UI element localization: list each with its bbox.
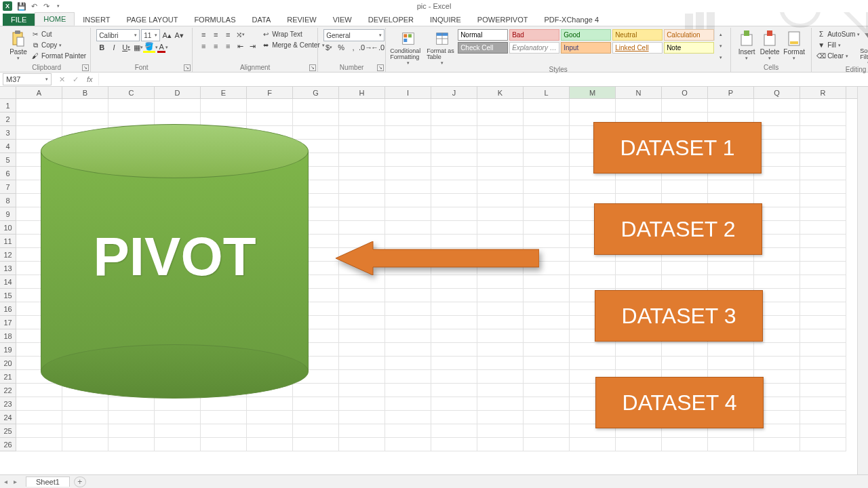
cell[interactable] xyxy=(708,357,754,370)
cell[interactable] xyxy=(16,397,62,411)
cell[interactable] xyxy=(339,316,385,329)
cell[interactable] xyxy=(662,275,708,289)
cell[interactable] xyxy=(339,113,385,126)
font-color-button[interactable]: A▾ xyxy=(157,42,168,53)
orientation-icon[interactable]: ⤭▾ xyxy=(235,29,245,40)
cell[interactable] xyxy=(339,275,385,289)
cell[interactable] xyxy=(339,397,385,411)
cell[interactable] xyxy=(477,221,524,235)
style-cell-bad[interactable]: Bad xyxy=(509,29,559,41)
cell[interactable] xyxy=(616,180,662,194)
cell[interactable] xyxy=(800,343,846,357)
cell[interactable] xyxy=(477,289,524,302)
align-top-icon[interactable]: ≡ xyxy=(198,29,209,40)
cell[interactable] xyxy=(524,343,570,357)
decrease-decimal-icon[interactable]: ←.0 xyxy=(372,42,383,53)
fx-icon[interactable]: fx xyxy=(87,75,93,83)
sheet-nav-first-icon[interactable]: ◂ xyxy=(4,478,12,485)
worksheet-grid[interactable]: ABCDEFGHIJKLMNOPQR 123456789101112131415… xyxy=(0,87,868,474)
column-header-M[interactable]: M xyxy=(570,87,616,98)
cell[interactable] xyxy=(431,221,477,235)
cell[interactable] xyxy=(477,357,524,370)
cell[interactable] xyxy=(800,262,846,275)
cell[interactable] xyxy=(800,248,846,262)
cell[interactable] xyxy=(385,113,431,126)
cell[interactable] xyxy=(339,329,385,343)
cell[interactable] xyxy=(477,275,524,289)
cell[interactable] xyxy=(800,370,846,384)
cell[interactable] xyxy=(477,384,524,397)
cell[interactable] xyxy=(62,99,108,113)
cell[interactable] xyxy=(800,207,846,221)
row-header-4[interactable]: 4 xyxy=(0,140,16,153)
cell[interactable] xyxy=(800,302,846,316)
cell[interactable] xyxy=(385,194,431,207)
font-dialog-launcher[interactable]: ↘ xyxy=(184,64,191,71)
cell[interactable] xyxy=(477,411,524,424)
cell[interactable] xyxy=(385,302,431,316)
cell[interactable] xyxy=(431,180,477,194)
column-header-E[interactable]: E xyxy=(201,87,247,98)
cell[interactable] xyxy=(385,275,431,289)
cell[interactable] xyxy=(431,316,477,329)
cell[interactable] xyxy=(708,275,754,289)
cell[interactable] xyxy=(431,113,477,126)
fill-color-button[interactable]: 🪣▾ xyxy=(145,42,156,53)
cell[interactable] xyxy=(477,424,524,438)
cell[interactable] xyxy=(247,99,293,113)
cell[interactable] xyxy=(385,438,431,451)
conditional-formatting-button[interactable]: Conditional Formatting▾ xyxy=(390,29,427,66)
bold-button[interactable]: B xyxy=(96,42,107,53)
cell[interactable] xyxy=(385,424,431,438)
cell[interactable] xyxy=(339,357,385,370)
cell[interactable] xyxy=(524,207,570,221)
cell[interactable] xyxy=(800,316,846,329)
tab-inquire[interactable]: INQUIRE xyxy=(422,14,469,26)
new-sheet-button[interactable]: + xyxy=(74,476,86,487)
cell[interactable] xyxy=(339,207,385,221)
cell[interactable] xyxy=(339,126,385,140)
cell[interactable] xyxy=(524,167,570,180)
cell[interactable] xyxy=(339,343,385,357)
cell[interactable] xyxy=(293,397,339,411)
row-header-18[interactable]: 18 xyxy=(0,329,16,343)
cell[interactable] xyxy=(477,153,524,167)
alignment-dialog-launcher[interactable]: ↘ xyxy=(309,64,316,71)
cell[interactable] xyxy=(339,153,385,167)
cell[interactable] xyxy=(800,329,846,343)
row-header-6[interactable]: 6 xyxy=(0,167,16,180)
cell[interactable] xyxy=(524,438,570,451)
dataset-3-shape[interactable]: DATASET 3 xyxy=(595,290,763,342)
row-header-7[interactable]: 7 xyxy=(0,180,16,194)
cell[interactable] xyxy=(524,384,570,397)
cell[interactable] xyxy=(431,99,477,113)
cell[interactable] xyxy=(16,99,62,113)
cell[interactable] xyxy=(16,424,62,438)
format-painter-button[interactable]: 🖌Format Painter xyxy=(31,51,86,61)
cell[interactable] xyxy=(800,194,846,207)
style-cell-note[interactable]: Note xyxy=(664,42,714,54)
cell[interactable] xyxy=(62,411,108,424)
cell[interactable] xyxy=(800,99,846,113)
column-header-G[interactable]: G xyxy=(293,87,339,98)
row-header-15[interactable]: 15 xyxy=(0,289,16,302)
cell[interactable] xyxy=(524,99,570,113)
cell[interactable] xyxy=(800,235,846,248)
tab-review[interactable]: REVIEW xyxy=(279,14,324,26)
cell[interactable] xyxy=(800,113,846,126)
cell[interactable] xyxy=(339,438,385,451)
cell[interactable] xyxy=(16,438,62,451)
comma-format-icon[interactable]: , xyxy=(348,42,359,53)
cell[interactable] xyxy=(477,343,524,357)
row-header-14[interactable]: 14 xyxy=(0,275,16,289)
cell[interactable] xyxy=(800,275,846,289)
italic-button[interactable]: I xyxy=(108,42,119,53)
cell[interactable] xyxy=(385,153,431,167)
cell[interactable] xyxy=(431,329,477,343)
row-header-12[interactable]: 12 xyxy=(0,248,16,262)
cell[interactable] xyxy=(662,357,708,370)
cell[interactable] xyxy=(662,180,708,194)
increase-font-icon[interactable]: A▴ xyxy=(161,30,172,41)
name-box[interactable]: M37▾ xyxy=(3,73,52,85)
cell[interactable] xyxy=(477,126,524,140)
